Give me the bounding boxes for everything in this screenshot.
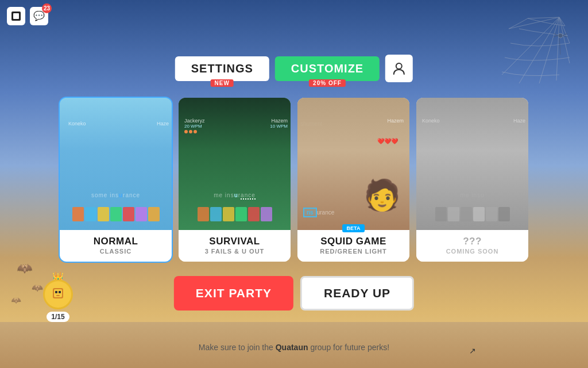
player-avatar-area: 👑 1/15 [43,279,73,322]
survival-typing-overlay: me insurance [179,192,291,198]
svg-line-13 [554,36,558,37]
squidgame-character: 🧑 [363,178,401,213]
survival-card-label: SURVIVAL 3 FAILS & U OUT [179,230,291,262]
svg-line-16 [559,38,560,55]
settings-label: SETTINGS [191,62,253,75]
normal-mode-name: NORMAL [64,236,167,247]
svg-point-17 [396,63,402,69]
mystery-card-image: me insu Koneko Haze [416,98,528,230]
notification-button[interactable]: 💬 23 [30,7,48,25]
mystery-mode-sub: COMING SOON [421,248,524,255]
mystery-player-right: Haze [513,118,525,124]
squidgame-card[interactable]: 🧑 nsurance shument Hazem ❤️❤️❤️ BETA SQU… [297,98,409,262]
roblox-icon[interactable] [7,7,25,25]
mystery-card[interactable]: me insu Koneko Haze ??? COMING SOON [416,98,528,262]
beta-badge: BETA [342,224,365,232]
svg-rect-22 [59,291,61,293]
svg-point-11 [558,33,563,38]
normal-mode-sub: CLASSIC [64,248,167,255]
player-count: 1/15 [47,312,69,322]
svg-rect-23 [56,295,60,296]
normal-blocks [60,207,172,221]
footer-brand: Quataun [276,343,308,352]
mystery-typing-overlay: me insu [416,192,528,198]
squidgame-text-overlay: shument [300,121,322,127]
normal-card-image: some insurance Koneko Haze [60,98,172,230]
squidgame-mode-name: SQUID GAME [302,236,405,247]
bat-1: 🦇 [17,261,33,276]
profile-button[interactable] [385,55,413,82]
exit-party-button[interactable]: EXIT PARTY [174,276,293,310]
footer-text-after: group for future perks! [308,343,390,352]
mystery-card-label: ??? COMING SOON [416,230,528,262]
top-bar: 💬 23 [0,0,588,32]
survival-player-right: Hazem 10 WPM [270,118,288,129]
footer-text: Make sure to join the Quataun group for … [199,343,389,352]
squidgame-card-image: 🧑 nsurance shument Hazem ❤️❤️❤️ [297,98,409,230]
normal-card-label: NORMAL CLASSIC [60,230,172,262]
survival-player-left: Jackeryz 20 WPM [184,118,205,133]
normal-player-right: Haze [157,121,169,126]
footer-text-before: Make sure to join the [199,343,276,352]
settings-button[interactable]: SETTINGS NEW [175,56,269,81]
squidgame-hearts: ❤️❤️❤️ [377,138,398,144]
avatar-wrapper: 👑 [43,279,73,309]
ready-up-button[interactable]: READY UP [300,276,414,310]
svg-rect-21 [55,291,57,293]
top-actions: SETTINGS NEW CUSTOMIZE 20% OFF [175,55,413,82]
cursor: ↗ [469,346,476,355]
customize-button[interactable]: CUSTOMIZE 20% OFF [275,56,380,81]
survival-mode-sub: 3 FAILS & U OUT [183,248,286,255]
bat-2: 🦇 [32,282,43,293]
svg-rect-1 [13,13,19,19]
customize-label: CUSTOMIZE [291,62,363,75]
squidgame-mode-sub: RED/GREEN LIGHT [302,248,405,255]
settings-new-badge: NEW [211,79,234,87]
normal-typing-overlay: some insurance [60,192,172,198]
survival-card-image: me insurance Jackeryz 20 WPM Hazem 10 WP… [179,98,291,230]
survival-blocks [179,207,291,221]
squidgame-typing: nsurance [303,209,375,216]
game-cards-container: some insurance Koneko Haze NORMAL CLASSI… [60,98,528,262]
normal-card[interactable]: some insurance Koneko Haze NORMAL CLASSI… [60,98,172,262]
customize-off-badge: 20% OFF [309,79,346,87]
notification-count: 23 [42,3,52,13]
normal-player-left: Koneko [68,121,86,126]
bat-3: 🦇 [11,296,21,305]
squidgame-player-right: Hazem [387,118,404,124]
action-buttons: EXIT PARTY READY UP [174,276,414,310]
survival-card[interactable]: me insurance Jackeryz 20 WPM Hazem 10 WP… [179,98,291,262]
player-avatar [43,279,73,309]
survival-mode-name: SURVIVAL [183,236,286,247]
mystery-player-left: Koneko [422,118,440,124]
mystery-blocks [416,207,528,221]
mystery-mode-name: ??? [421,236,524,247]
squidgame-card-label: BETA SQUID GAME RED/GREEN LIGHT [297,230,409,262]
